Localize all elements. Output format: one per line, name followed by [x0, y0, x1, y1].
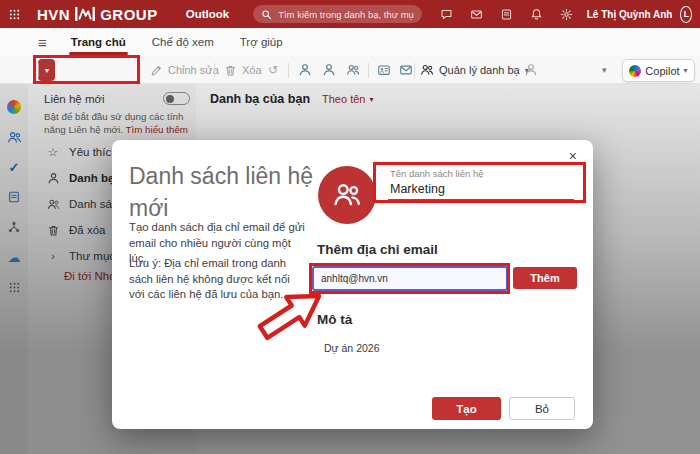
- brand-logo: HVN GROUP: [37, 6, 158, 23]
- tab-view[interactable]: Chế độ xem: [150, 34, 216, 50]
- gear-icon[interactable]: [560, 8, 573, 21]
- user-name: Lê Thị Quỳnh Anh: [587, 9, 673, 20]
- add-email-button[interactable]: Thêm: [513, 267, 577, 289]
- search-input[interactable]: [278, 9, 414, 20]
- people-settings-icon[interactable]: [346, 63, 360, 77]
- dialog-note: Lưu ý: Địa chỉ email trong danh sách liê…: [129, 256, 305, 303]
- new-contact-split-button[interactable]: Liên hệ mới ▾: [38, 59, 55, 81]
- description-textarea[interactable]: Dự án 2026: [324, 342, 379, 354]
- undo-icon[interactable]: ↺: [268, 63, 278, 77]
- avatar[interactable]: L: [680, 6, 692, 23]
- manage-contacts-button[interactable]: Quản lý danh bạ ▾: [420, 59, 529, 81]
- description-heading: Mô tả: [317, 312, 352, 327]
- top-bar: HVN GROUP Outlook Lê Thị Quỳnh Anh L: [0, 0, 700, 28]
- create-button[interactable]: Tạo: [432, 397, 501, 420]
- person-disabled-icon[interactable]: [524, 63, 538, 77]
- toolbar: Liên hệ mới ▾ Chỉnh sửa Xóa ↺ Quản lý da…: [0, 56, 700, 84]
- list-name-underline: [388, 199, 574, 200]
- people-icon: [420, 63, 434, 77]
- ribbon-tab-bar: ≡ Trang chủ Chế độ xem Trợ giúp: [0, 28, 700, 56]
- close-icon[interactable]: ×: [569, 148, 577, 164]
- edit-button[interactable]: Chỉnh sửa: [150, 59, 219, 81]
- copilot-icon: [629, 65, 641, 77]
- list-name-label: Tên danh sách liên hệ: [390, 168, 483, 179]
- tab-help[interactable]: Trợ giúp: [238, 34, 285, 50]
- email-input[interactable]: [312, 266, 508, 291]
- person-check-icon[interactable]: [298, 63, 312, 77]
- dialog-title: Danh sách liên hệ mới: [129, 160, 314, 224]
- list-avatar: [318, 166, 376, 224]
- toolbar-divider: [414, 63, 415, 78]
- chevron-down-icon: ▾: [684, 66, 688, 75]
- hvn-logo-icon: [74, 6, 96, 22]
- people-icon: [332, 180, 362, 210]
- copilot-label: Copilot: [645, 65, 679, 77]
- app-launcher-icon[interactable]: [8, 5, 21, 23]
- topbar-icons: [440, 8, 573, 21]
- list-name-input[interactable]: Marketing: [390, 182, 445, 196]
- chevron-down-icon[interactable]: ▾: [39, 66, 55, 75]
- notes-icon[interactable]: [500, 8, 513, 21]
- trash-icon: [224, 64, 237, 77]
- search-icon: [261, 9, 272, 20]
- contact-card-icon[interactable]: [377, 63, 391, 77]
- copilot-button[interactable]: Copilot ▾: [622, 59, 695, 82]
- delete-label: Xóa: [242, 64, 262, 76]
- person-tag-icon[interactable]: [322, 63, 336, 77]
- search-box[interactable]: [253, 5, 422, 23]
- email-section-heading: Thêm địa chỉ email: [317, 242, 438, 257]
- tab-home[interactable]: Trang chủ: [69, 34, 128, 50]
- bell-icon[interactable]: [530, 8, 543, 21]
- hamburger-icon[interactable]: ≡: [38, 34, 47, 51]
- app-name: Outlook: [186, 8, 229, 20]
- toolbar-overflow-chevron-icon[interactable]: ▾: [602, 65, 607, 75]
- toolbar-divider: [214, 63, 215, 78]
- brand-text-right: GROUP: [100, 6, 158, 23]
- outlook-people-window: HVN GROUP Outlook Lê Thị Quỳnh Anh L ≡ T…: [0, 0, 700, 454]
- manage-label: Quản lý danh bạ: [439, 64, 520, 76]
- toolbar-divider: [288, 63, 289, 78]
- delete-button[interactable]: Xóa: [224, 59, 262, 81]
- mail-forward-icon[interactable]: [399, 63, 413, 77]
- pencil-icon: [150, 64, 163, 77]
- mail-app-icon[interactable]: [470, 8, 483, 21]
- toolbar-divider: [368, 63, 369, 78]
- brand-text-left: HVN: [37, 6, 70, 23]
- edit-label: Chỉnh sửa: [168, 64, 219, 76]
- new-contact-list-dialog: × Danh sách liên hệ mới Tạo danh sách đị…: [112, 140, 593, 429]
- cancel-button[interactable]: Bỏ: [509, 397, 575, 420]
- chat-icon[interactable]: [440, 8, 453, 21]
